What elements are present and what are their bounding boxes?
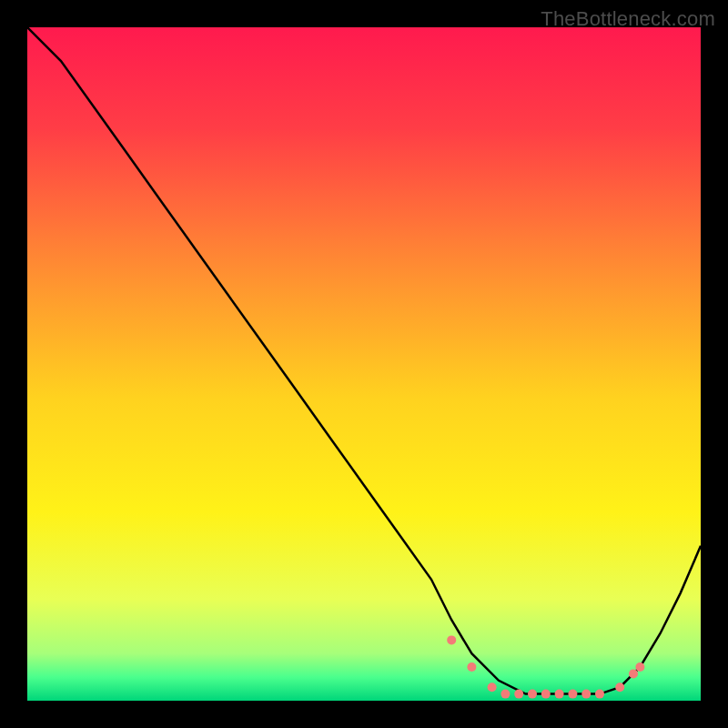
plot-area: [27, 27, 701, 701]
data-point: [568, 690, 577, 699]
data-point: [629, 669, 638, 678]
watermark-text: TheBottleneck.com: [541, 7, 715, 31]
data-point: [447, 635, 456, 644]
data-point: [615, 682, 624, 692]
data-point: [555, 690, 564, 699]
data-point: [581, 690, 591, 699]
data-point: [541, 690, 551, 699]
data-point: [467, 662, 476, 672]
data-point: [528, 690, 537, 699]
data-point: [635, 662, 644, 672]
data-point: [595, 690, 604, 699]
chart-container: TheBottleneck.com: [0, 0, 728, 728]
data-point: [514, 690, 523, 699]
chart-background: [27, 27, 701, 701]
data-point: [488, 682, 497, 692]
data-point: [500, 690, 510, 699]
chart-svg: [27, 27, 701, 701]
